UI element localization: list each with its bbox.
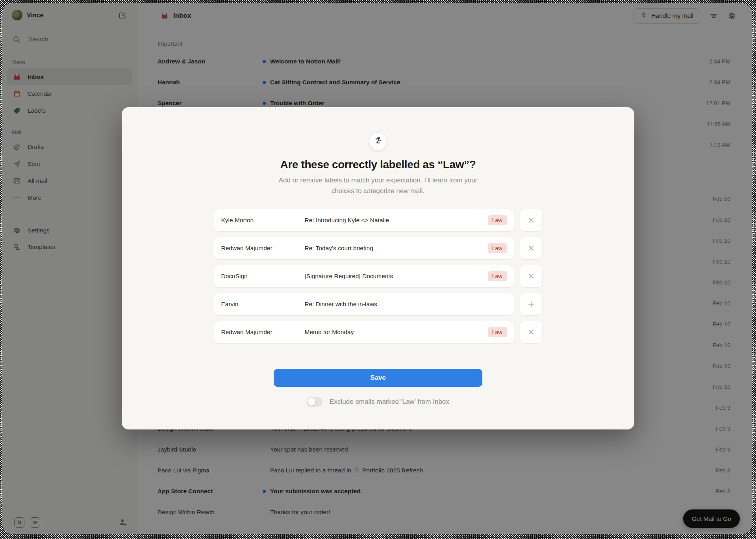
modal-email-row: DocuSign [Signature Required] Documents … [214,265,542,287]
exclude-toggle-label: Exclude emails marked ‘Law’ from Inbox [330,398,449,406]
modal-email-card: DocuSign [Signature Required] Documents … [214,265,514,287]
modal-email-sender: DocuSign [221,273,305,280]
modal-email-subject: Re: Introducing Kyle <> Natalie [305,217,488,224]
modal-email-card: Redwan Majumder Re: Today’s court briefi… [214,237,514,259]
remove-label-button[interactable] [520,321,542,343]
modal-email-sender: Kyle Morton [221,217,305,224]
modal-email-sender: Redwan Majumder [221,245,305,252]
remove-label-button[interactable] [520,209,542,231]
exclude-toggle[interactable] [307,397,322,407]
ai-face-icon [369,132,387,151]
label-pill-law: Law [488,215,507,225]
modal-email-row: Earvin Re: Dinner with the in-laws [214,293,542,315]
label-pill-law: Law [488,271,507,281]
modal-title: Are these correctly labelled as “Law”? [280,158,476,171]
toggle-knob [308,398,315,406]
label-review-modal: Are these correctly labelled as “Law”? A… [122,107,634,429]
close-icon [528,329,534,335]
modal-email-sender: Earvin [221,301,305,308]
label-pill-law: Law [488,243,507,253]
modal-email-row: Kyle Morton Re: Introducing Kyle <> Nata… [214,209,542,231]
modal-email-card: Earvin Re: Dinner with the in-laws [214,293,514,315]
close-icon [528,245,534,251]
modal-email-card: Redwan Majumder Memo for Monday Law [214,321,514,343]
remove-label-button[interactable] [520,265,542,287]
close-icon [528,273,534,279]
modal-email-subject: [Signature Required] Documents [305,273,488,280]
modal-email-sender: Redwan Majumder [221,329,305,336]
modal-email-row: Redwan Majumder Re: Today’s court briefi… [214,237,542,259]
modal-email-subject: Re: Today’s court briefing [305,245,488,252]
modal-email-list: Kyle Morton Re: Introducing Kyle <> Nata… [214,209,542,349]
modal-email-card: Kyle Morton Re: Introducing Kyle <> Nata… [214,209,514,231]
modal-email-subject: Re: Dinner with the in-laws [305,301,507,308]
remove-label-button[interactable] [520,237,542,259]
app-window: Vince Search Views Inbox [2,3,752,534]
modal-description: Add or remove labels to match your expec… [271,175,485,196]
add-label-button[interactable] [520,293,542,315]
close-icon [528,217,534,223]
exclude-toggle-row: Exclude emails marked ‘Law’ from Inbox [307,397,449,407]
modal-email-subject: Memo for Monday [305,329,488,336]
plus-icon [528,301,534,307]
label-pill-law: Law [488,327,507,337]
modal-email-row: Redwan Majumder Memo for Monday Law [214,321,542,343]
save-button[interactable]: Save [274,369,482,387]
